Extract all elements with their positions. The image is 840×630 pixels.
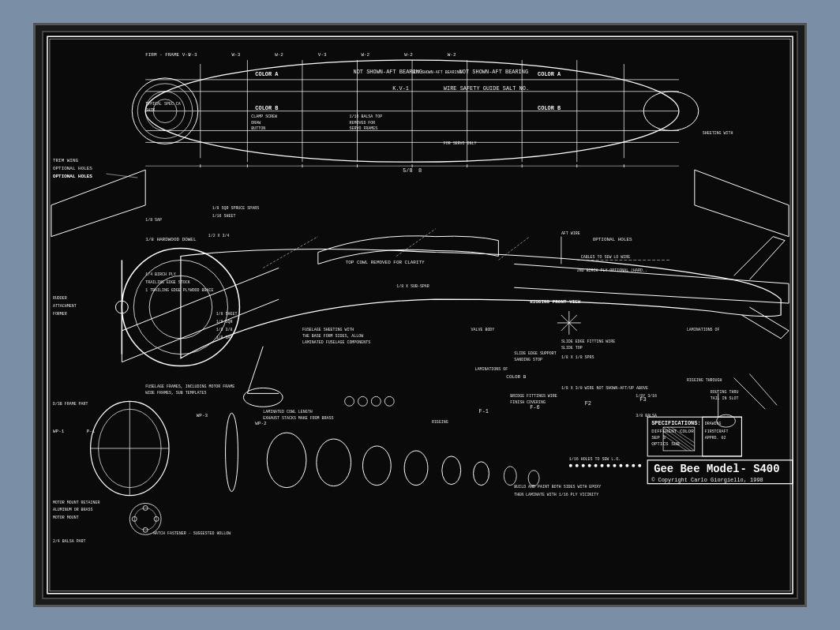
- svg-text:SEP 3: SEP 3: [651, 435, 666, 441]
- svg-point-152: [613, 464, 616, 467]
- svg-text:BRIDGE FITTINGS WIRE: BRIDGE FITTINGS WIRE: [510, 394, 557, 398]
- svg-text:W-2: W-2: [404, 52, 413, 58]
- svg-text:1/8 X SUB-SPAR: 1/8 X SUB-SPAR: [396, 284, 429, 288]
- svg-text:TRIM WING: TRIM WING: [53, 158, 79, 163]
- svg-text:1/8 HARDWOOD DOWEL: 1/8 HARDWOOD DOWEL: [145, 237, 197, 242]
- svg-point-146: [576, 464, 579, 467]
- svg-text:THE BASE FORM SIDES, ALLOW: THE BASE FORM SIDES, ALLOW: [302, 334, 363, 338]
- svg-text:1/8 SQR: 1/8 SQR: [216, 320, 233, 324]
- svg-text:AFT WIRE: AFT WIRE: [561, 231, 580, 235]
- blueprint-svg: COLOR A COLOR A COLOR B COLOR B FIRM - F…: [43, 32, 797, 598]
- svg-text:FUSELAGE FRAMES, INCLUDING MOT: FUSELAGE FRAMES, INCLUDING MOTOR FRAME: [145, 384, 234, 388]
- svg-text:LAMINATED COWL LENGTH: LAMINATED COWL LENGTH: [263, 410, 312, 414]
- svg-text:RIGGING: RIGGING: [432, 420, 448, 424]
- svg-text:F-1: F-1: [479, 408, 489, 414]
- svg-text:THEN LAMINATE WITH 1/16 PLY VI: THEN LAMINATE WITH 1/16 PLY VICINITY: [514, 493, 598, 497]
- svg-text:1/8 SHEET: 1/8 SHEET: [216, 312, 238, 316]
- svg-point-156: [638, 464, 641, 467]
- svg-text:F-6: F-6: [530, 404, 540, 411]
- svg-text:NOT SHOWN-AFT BEARING: NOT SHOWN-AFT BEARING: [459, 69, 528, 75]
- svg-text:ROUTING THRU: ROUTING THRU: [711, 390, 739, 394]
- svg-text:D/3B FRAME PART: D/3B FRAME PART: [53, 402, 88, 406]
- svg-text:OPTIONAL HOLES: OPTIONAL HOLES: [53, 174, 92, 179]
- blueprint-container: COLOR A COLOR A COLOR B COLOR B FIRM - F…: [42, 31, 798, 599]
- svg-text:1/8Y 3/16: 1/8Y 3/16: [636, 394, 657, 398]
- svg-text:OPTICS SUB: OPTICS SUB: [651, 441, 680, 447]
- svg-text:WP-3: WP-3: [197, 413, 208, 418]
- svg-text:2/4 BALSA PART: 2/4 BALSA PART: [53, 539, 86, 543]
- svg-text:WIRE SAFETY GUIDE SALT NO.: WIRE SAFETY GUIDE SALT NO.: [444, 85, 529, 92]
- svg-point-150: [601, 464, 604, 467]
- svg-text:TRAILING EDGE STOCK: TRAILING EDGE STOCK: [145, 280, 190, 284]
- svg-text:1/8 X 1/8 SPRS: 1/8 X 1/8 SPRS: [561, 355, 594, 359]
- svg-text:1/4 BIRCH PLY: 1/4 BIRCH PLY: [145, 272, 176, 276]
- svg-text:W-2: W-2: [275, 52, 283, 58]
- svg-text:1/8 X 3/8 WIRE NOT SHOWN-AFT/U: 1/8 X 3/8 WIRE NOT SHOWN-AFT/UP ABOVE: [561, 386, 648, 390]
- svg-text:LAMINATIONS OF: LAMINATIONS OF: [475, 367, 508, 371]
- svg-text:ATTACHMENT: ATTACHMENT: [53, 304, 77, 308]
- svg-text:V-3: V-3: [189, 52, 197, 58]
- svg-text:5/8: 5/8: [403, 167, 413, 174]
- svg-text:EXHAUST STACKS MAKE FROM BRASS: EXHAUST STACKS MAKE FROM BRASS: [263, 416, 333, 420]
- svg-text:1/8 SQR SPRUCE SPARS: 1/8 SQR SPRUCE SPARS: [212, 206, 259, 210]
- svg-point-145: [569, 464, 572, 467]
- svg-text:8: 8: [418, 167, 422, 174]
- svg-text:BUILD AND PAINT BOTH SIDES WIT: BUILD AND PAINT BOTH SIDES WITH EPOXY: [514, 485, 601, 489]
- svg-text:1 TRAILING EDGE PLYWOOD BRACE: 1 TRAILING EDGE PLYWOOD BRACE: [145, 288, 213, 292]
- svg-text:TOP COWL REMOVED FOR CLARITY: TOP COWL REMOVED FOR CLARITY: [346, 260, 425, 265]
- svg-text:HATCH FASTENER - SUGGESTED HOL: HATCH FASTENER - SUGGESTED HOLLOW: [153, 531, 231, 535]
- svg-text:FOR SERVO ONLY: FOR SERVO ONLY: [444, 141, 477, 145]
- svg-text:SHIM: SHIM: [145, 108, 155, 112]
- svg-text:FINISH COVERING: FINISH COVERING: [510, 400, 546, 404]
- svg-text:LAMINATED FUSELAGE COMPONENTS: LAMINATED FUSELAGE COMPONENTS: [302, 340, 370, 344]
- svg-text:COLOR B: COLOR B: [538, 105, 561, 111]
- svg-text:RIGGING FRONT VIEW: RIGGING FRONT VIEW: [530, 299, 581, 305]
- svg-text:WP-2: WP-2: [255, 421, 267, 426]
- svg-text:W-3: W-3: [232, 52, 241, 58]
- outer-frame: COLOR A COLOR A COLOR B COLOR B FIRM - F…: [33, 23, 807, 607]
- svg-point-149: [594, 464, 598, 467]
- svg-text:K.V-1: K.V-1: [392, 85, 409, 92]
- svg-text:FUSELAGE SHEETING WITH: FUSELAGE SHEETING WITH: [302, 328, 354, 332]
- svg-text:OPTIONAL HOLES: OPTIONAL HOLES: [53, 166, 92, 171]
- svg-text:SHEETING WITH: SHEETING WITH: [703, 131, 733, 135]
- svg-rect-0: [43, 32, 797, 598]
- svg-text:SLIDE EDGE FITTING WIRE: SLIDE EDGE FITTING WIRE: [561, 339, 615, 343]
- svg-text:W-2: W-2: [361, 52, 369, 58]
- svg-text:W-2: W-2: [448, 52, 456, 58]
- svg-text:LAMINATIONS OF: LAMINATIONS OF: [687, 328, 720, 332]
- svg-text:FORMER: FORMER: [53, 312, 67, 316]
- svg-text:Gee Bee Model: Gee Bee Model: [654, 463, 740, 475]
- svg-text:OPTIONAL HOLES: OPTIONAL HOLES: [593, 237, 632, 242]
- svg-text:SLIDE TOP: SLIDE TOP: [561, 346, 583, 350]
- svg-text:APPRO. 02: APPRO. 02: [705, 436, 726, 440]
- svg-text:F2: F2: [585, 400, 591, 407]
- svg-text:SERVO FRAMES: SERVO FRAMES: [350, 126, 378, 130]
- svg-text:TYPICAL SPEC CA: TYPICAL SPEC CA: [145, 102, 181, 106]
- svg-text:SANDING STOP: SANDING STOP: [514, 358, 542, 362]
- svg-point-148: [588, 464, 591, 467]
- svg-text:ALUMINUM OR BRASS: ALUMINUM OR BRASS: [53, 508, 93, 512]
- svg-text:FIRSTCRAFT: FIRSTCRAFT: [705, 429, 729, 433]
- svg-text:SPECIFICATIONS:: SPECIFICATIONS:: [651, 420, 700, 426]
- svg-point-153: [619, 464, 622, 467]
- svg-text:© Copyright  Carlo Giorgiello,: © Copyright Carlo Giorgiello, 1998: [651, 477, 763, 483]
- blueprint-canvas: COLOR A COLOR A COLOR B COLOR B FIRM - F…: [43, 32, 797, 598]
- svg-text:DIFFERENT COLOR: DIFFERENT COLOR: [651, 429, 694, 434]
- svg-text:2ND BIRCH PLY OPTIONAL (HARD..: 2ND BIRCH PLY OPTIONAL (HARD..: [577, 268, 647, 272]
- svg-text:RUDDER: RUDDER: [53, 296, 67, 300]
- svg-point-147: [582, 464, 585, 467]
- svg-text:FIRM - FRAME V-1: FIRM - FRAME V-1: [145, 52, 191, 58]
- svg-text:COLOR A: COLOR A: [538, 71, 561, 77]
- svg-text:1/8 3/8: 1/8 3/8: [216, 328, 233, 332]
- svg-text:RIGGING THROUGH: RIGGING THROUGH: [687, 378, 722, 382]
- svg-text:DRAW: DRAW: [251, 121, 261, 125]
- svg-text:COLOR A: COLOR A: [255, 71, 279, 77]
- svg-text:CLAMP SCREW: CLAMP SCREW: [251, 114, 277, 118]
- svg-point-154: [625, 464, 628, 467]
- svg-text:1/8 SAP: 1/8 SAP: [145, 218, 162, 222]
- svg-text:TAIL IN SLOT: TAIL IN SLOT: [711, 396, 739, 400]
- svg-text:CABLES TO SEW LO WIRE: CABLES TO SEW LO WIRE: [581, 255, 630, 259]
- svg-text:V-3: V-3: [318, 52, 327, 58]
- svg-text:MOTOR MOUNT RETAINER: MOTOR MOUNT RETAINER: [53, 501, 99, 504]
